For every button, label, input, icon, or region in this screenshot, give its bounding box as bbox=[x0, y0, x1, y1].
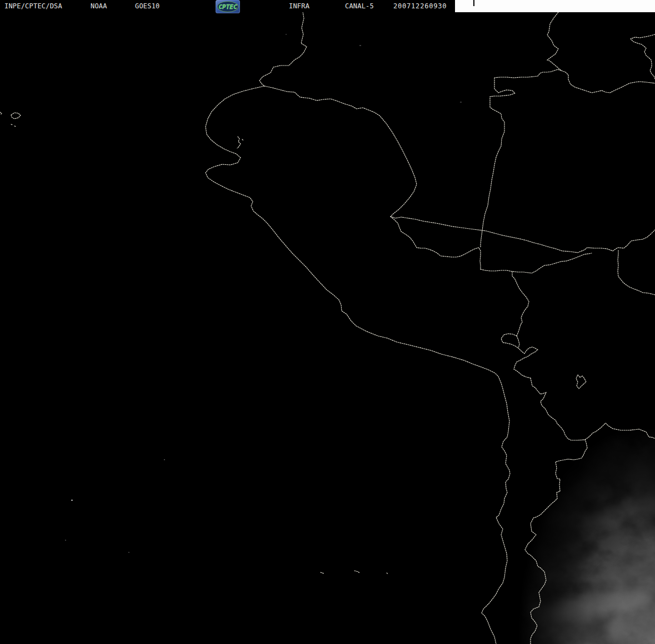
bright-cloud-band bbox=[455, 0, 655, 12]
cptec-logo: CPTEC bbox=[216, 0, 240, 13]
cloud-texture-layer bbox=[476, 389, 655, 644]
satellite-map bbox=[0, 0, 655, 644]
header-channel-type-label: INFRA bbox=[289, 2, 309, 10]
satellite-image-viewport: INPE/CPTEC/DSA NOAA GOES10 INFRA CANAL-5… bbox=[0, 0, 655, 644]
image-speck bbox=[128, 552, 129, 553]
image-speck bbox=[359, 45, 361, 46]
header-noaa-label: NOAA bbox=[91, 2, 107, 10]
header-satellite-label: GOES10 bbox=[135, 2, 160, 10]
image-speck bbox=[460, 102, 462, 103]
image-speck bbox=[65, 540, 66, 541]
header-channel-label: CANAL-5 bbox=[345, 2, 374, 10]
image-speck bbox=[286, 34, 287, 35]
cloud-band-notch bbox=[473, 0, 474, 6]
image-speck bbox=[71, 500, 73, 501]
header-agency-label: INPE/CPTEC/DSA bbox=[4, 2, 62, 10]
image-speck bbox=[164, 459, 165, 460]
cptec-logo-text: CPTEC bbox=[218, 3, 237, 11]
header-timestamp: 200712260930 bbox=[393, 2, 447, 10]
